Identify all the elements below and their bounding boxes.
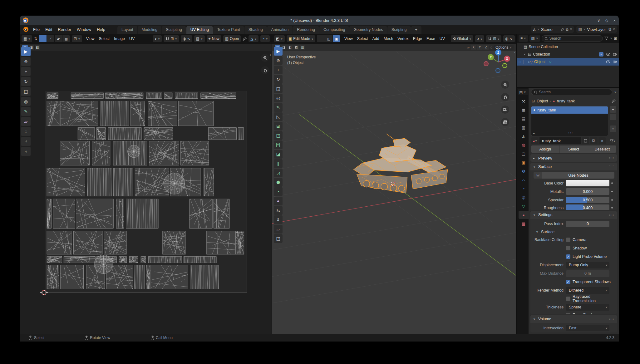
annotate-tool[interactable]: ✎ [21,107,31,116]
maximize-button[interactable]: ◇ [605,18,608,23]
menu-item[interactable]: Face [424,37,437,41]
camera-view-icon[interactable] [501,106,509,114]
select-button[interactable]: Select [559,145,588,153]
tab-shading[interactable]: Shading [244,26,267,34]
shadow-checkbox[interactable]: ✓ [566,246,570,250]
unlink-datablock-icon[interactable]: × [598,137,606,144]
move-tool[interactable]: + [21,67,31,76]
menu-item[interactable]: Vertex [395,37,411,41]
animate-dot[interactable] [611,207,613,209]
slot-list-grip[interactable]: ∷∷ [569,131,573,135]
orientation-dropdown[interactable]: ⟲Global∨ [451,35,473,42]
remove-slot-button[interactable]: − [610,114,616,120]
uv-overlays-dropdown[interactable]: ◔∨ [260,35,270,42]
material-slot[interactable]: ● rusty_tank [531,106,608,114]
tab-animation[interactable]: Animation [267,26,293,34]
uv-proportional-editing[interactable]: ◎∿ [181,35,192,42]
mode-dropdown[interactable]: ▣Edit Mode∨ [287,35,315,42]
collection-tab[interactable]: ▢ [519,150,529,158]
move-tool[interactable]: + [274,66,283,74]
render-tab[interactable]: ▦ [519,106,529,114]
uv-sidebar-toggle[interactable]: ‹ [270,52,271,57]
outliner-display-mode[interactable]: ▨∨ [529,35,540,42]
navigation-gizmo[interactable]: Z Y X [485,49,512,76]
transparent-shadows-checkbox[interactable]: ✓ [566,280,570,284]
surface-subpanel-header[interactable]: ∨ Surface [530,228,617,236]
select-invert[interactable]: ◩ [293,45,299,50]
render-method-dropdown[interactable]: Dithered∨ [566,287,609,294]
world-tab[interactable]: ◍ [519,141,529,149]
uv-edge-select[interactable]: ∕ [47,35,54,42]
tool-tab[interactable]: ⚒ [519,97,529,105]
minimize-button[interactable]: ∨ [597,18,600,23]
uv-pivot-dropdown[interactable]: ◕∨ [153,35,162,42]
edge-select-mode[interactable]: ◫ [325,35,332,42]
animate-dot[interactable] [611,182,613,184]
menu-item[interactable]: View [84,37,97,41]
menu-item[interactable]: Window [74,27,94,32]
select-subtract[interactable]: ◧ [35,45,40,50]
browse-material-icon[interactable]: ◕∨ [531,137,539,144]
gizmo-neg-x-axis[interactable] [484,61,489,66]
tank-model[interactable] [343,119,456,212]
gizmo-z-axis[interactable]: Z [495,49,501,56]
menu-item[interactable]: Select [97,37,112,41]
properties-search-input[interactable]: Search [531,89,612,95]
shear-tool[interactable]: ▱ [274,225,283,234]
proportional-editing[interactable]: ◎∿ [503,35,515,42]
uv-island-select[interactable]: ▦ [62,35,70,42]
uv-gizmos-dropdown[interactable]: ◮∨ [249,35,258,42]
menu-item[interactable]: View [342,37,355,41]
face-select-mode[interactable]: ▣ [333,35,340,42]
extrude-region-tool[interactable]: ◰ [274,131,283,140]
animate-dot[interactable] [611,191,613,192]
metallic-field[interactable]: 0.000 [566,188,609,195]
uv-vertex-select[interactable]: ∙ [39,35,47,42]
transform-tool[interactable]: ◎ [21,97,31,106]
hide-eye-icon[interactable] [606,60,610,63]
menu-item[interactable]: Select [355,37,370,41]
scale-tool[interactable]: ◱ [274,84,283,93]
thickness-dropdown[interactable]: Sphere∨ [566,304,609,311]
tab-uv-editing[interactable]: UV Editing [186,26,213,34]
spin-tool[interactable]: ◔ [274,187,283,196]
bevel-tool[interactable]: ◪ [274,150,283,159]
new-collection-icon[interactable]: ⊞ [614,36,617,41]
tab-scripting[interactable]: Scripting [387,26,411,34]
pan-hand-icon[interactable] [501,93,509,101]
pivot-dropdown[interactable]: ◕∨ [475,35,485,42]
uv-snap-dropdown[interactable]: ⊞∨ [164,35,179,42]
menu-item[interactable]: Render [55,27,74,32]
menu-item[interactable]: Image [112,37,127,41]
scene-selector[interactable]: ◭ ∨ Scene ⧉ × [531,26,574,33]
material-slot-list[interactable]: ● rusty_tank ▸ ∷∷ [531,106,608,136]
max-distance-field[interactable]: 0 m [566,270,609,277]
pinch-tool[interactable]: ☟ [21,147,31,156]
tab-sculpting[interactable]: Sculpting [162,26,186,34]
rotate-tool[interactable]: ↻ [21,77,31,86]
add-cube-tool[interactable]: ⊞ [274,122,283,130]
copy-datablock-icon[interactable]: ⧉ [590,137,598,144]
mirror-axis-button[interactable]: X [471,45,476,50]
uv-mesh-canvas[interactable] [45,91,247,293]
object-tab[interactable]: ▣ [519,158,529,166]
unlink-scene-icon[interactable]: × [570,27,572,32]
mirror-axis-button[interactable]: Y [477,45,483,50]
specular-slider[interactable]: 0.500 [566,197,609,203]
slot-specials-button[interactable]: ∨ [610,125,616,132]
select-subtract[interactable]: ◧ [287,45,293,50]
gizmo-neg-z-axis[interactable] [495,68,500,73]
image-browse-dropdown[interactable]: ▨∨ [194,35,205,42]
use-nodes-button[interactable]: ⊟ Use Nodes [534,172,614,179]
tab-texture-paint[interactable]: Texture Paint [213,26,244,34]
menu-item[interactable]: UV [127,37,137,41]
annotate-tool[interactable]: ✎ [274,103,283,112]
relax-tool[interactable]: ☝ [21,137,31,146]
gizmo-y-axis[interactable]: Y [488,54,494,60]
menu-item[interactable]: Mesh [382,37,396,41]
view-layer-tab[interactable]: ▥ [519,123,529,131]
collection-checkbox[interactable]: ✓ [599,52,603,57]
settings-panel-header[interactable]: ∨ Settings ∷∷ [530,211,617,219]
uv-face-select[interactable]: ▰ [55,35,62,42]
remove-viewlayer-icon[interactable]: × [613,27,615,32]
